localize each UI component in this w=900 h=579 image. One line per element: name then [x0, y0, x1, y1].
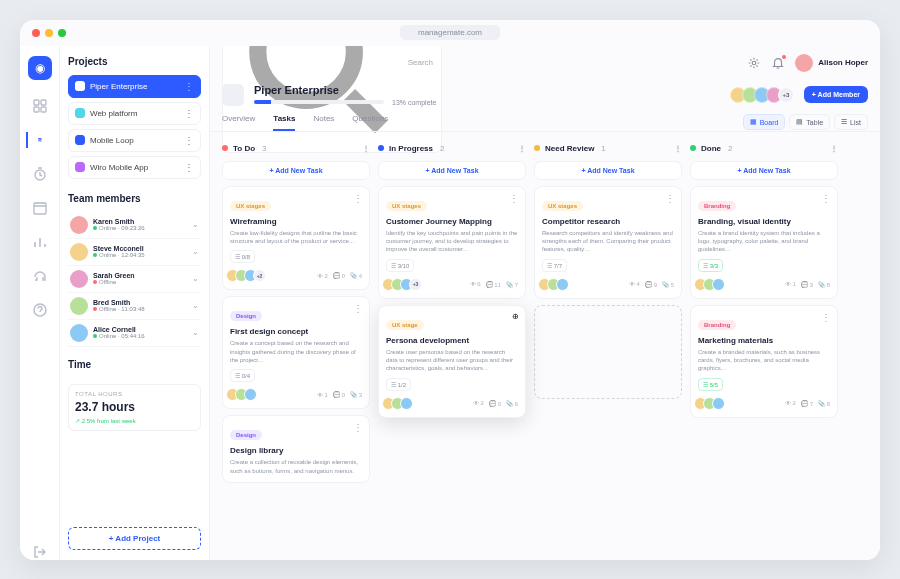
task-card[interactable]: UX stages ⋮ Competitor research Research…: [534, 186, 682, 299]
card-tag: UX stages: [230, 201, 271, 211]
tab-notes[interactable]: Notes: [313, 114, 334, 131]
assignee-avatars[interactable]: [542, 278, 569, 291]
task-card[interactable]: Branding ⋮ Branding, visual identity Cre…: [690, 186, 838, 299]
team-member[interactable]: Karen SmithOnline · 09:23:26⌄: [68, 212, 201, 239]
settings-icon[interactable]: [747, 56, 761, 70]
card-menu-icon[interactable]: ⋮: [353, 422, 363, 433]
card-menu-icon[interactable]: ⋮: [353, 193, 363, 204]
sidebar-project[interactable]: Piper Enterprise⋮: [68, 75, 201, 98]
svg-rect-6: [40, 138, 41, 141]
card-title: Wireframing: [230, 217, 362, 226]
team-member[interactable]: Steve McconellOnline · 12:04:35⌄: [68, 239, 201, 266]
add-task-button[interactable]: + Add New Task: [690, 161, 838, 180]
view-board[interactable]: ▦ Board: [743, 114, 786, 130]
task-card[interactable]: UX stages ⋮ Customer Journey Mapping Ide…: [378, 186, 526, 299]
svg-rect-4: [38, 138, 39, 141]
logout-icon[interactable]: [32, 544, 48, 560]
project-icon: [222, 84, 244, 106]
bell-icon[interactable]: [771, 56, 785, 70]
card-tag: Design: [230, 430, 262, 440]
card-description: Create a brand identity system that incl…: [698, 229, 830, 254]
board-icon[interactable]: [26, 132, 42, 148]
progress-text: 13% complete: [392, 99, 436, 106]
card-tag: UX stage: [386, 320, 424, 330]
assignee-avatars[interactable]: [698, 278, 725, 291]
tab-overview[interactable]: Overview: [222, 114, 255, 131]
assignee-avatars[interactable]: [230, 388, 257, 401]
assignee-avatars[interactable]: [698, 397, 725, 410]
dashboard-icon[interactable]: [32, 98, 48, 114]
maximize-icon[interactable]: [58, 29, 66, 37]
add-task-button[interactable]: + Add New Task: [222, 161, 370, 180]
subtask-progress: ☰ 5/5: [698, 378, 723, 391]
task-card[interactable]: Branding ⋮ Marketing materials Create a …: [690, 305, 838, 418]
close-icon[interactable]: [32, 29, 40, 37]
sidebar-project[interactable]: Mobile Loop⋮: [68, 129, 201, 152]
members-heading: Team members: [68, 193, 201, 204]
time-widget: TOTAL HOURS 23.7 hours ↗ 2.5% from last …: [68, 384, 201, 431]
nav-rail: ◉: [20, 46, 60, 560]
topbar: Search Alison Hoper: [210, 46, 880, 80]
card-menu-icon[interactable]: ⋮: [665, 193, 675, 204]
projects-heading: Projects: [68, 56, 201, 67]
minimize-icon[interactable]: [45, 29, 53, 37]
card-tag: Design: [230, 311, 262, 321]
team-member[interactable]: Alice CornellOnline · 05:44:16⌄: [68, 320, 201, 347]
help-icon[interactable]: [32, 302, 48, 318]
card-menu-icon[interactable]: ⋮: [821, 193, 831, 204]
card-description: Create a collection of reusable design e…: [230, 458, 362, 475]
assignee-avatars[interactable]: +3: [386, 278, 422, 291]
subtask-progress: ☰ 0/8: [230, 250, 255, 263]
member-avatars[interactable]: +3: [734, 87, 794, 103]
task-card[interactable]: UX stage ⊕ Persona development Create us…: [378, 305, 526, 418]
address-bar[interactable]: managemate.com: [400, 25, 500, 40]
task-card[interactable]: UX stages ⋮ Wireframing Create low-fidel…: [222, 186, 370, 291]
stats-icon[interactable]: [32, 234, 48, 250]
subtask-progress: ☰ 3/10: [386, 259, 414, 272]
assignee-avatars[interactable]: +2: [230, 269, 266, 282]
titlebar: managemate.com: [20, 20, 880, 46]
card-description: Identify the key touchpoints and pain po…: [386, 229, 518, 254]
time-label: TOTAL HOURS: [75, 391, 194, 397]
view-table[interactable]: ▤ Table: [789, 114, 830, 130]
add-task-button[interactable]: + Add New Task: [534, 161, 682, 180]
timer-icon[interactable]: [32, 166, 48, 182]
card-description: Create a concept based on the research a…: [230, 339, 362, 364]
add-member-button[interactable]: + Add Member: [804, 86, 868, 103]
column-header: To Do3⋮: [222, 142, 370, 155]
card-menu-icon[interactable]: ⋮: [509, 193, 519, 204]
column-menu-icon[interactable]: ⋮: [674, 144, 682, 153]
column-menu-icon[interactable]: ⋮: [518, 144, 526, 153]
sidebar: Projects Piper Enterprise⋮Web platform⋮M…: [60, 46, 210, 560]
column-menu-icon[interactable]: ⋮: [362, 144, 370, 153]
card-menu-icon[interactable]: ⋮: [353, 303, 363, 314]
sidebar-project[interactable]: Web platform⋮: [68, 102, 201, 125]
subtask-progress: ☰ 1/2: [386, 378, 411, 391]
headset-icon[interactable]: [32, 268, 48, 284]
calendar-icon[interactable]: [32, 200, 48, 216]
card-menu-icon[interactable]: ⋮: [821, 312, 831, 323]
assignee-avatars[interactable]: [386, 397, 413, 410]
view-list[interactable]: ☰ List: [834, 114, 868, 130]
card-title: Competitor research: [542, 217, 674, 226]
sidebar-project[interactable]: Wiro Mobile App⋮: [68, 156, 201, 179]
add-project-button[interactable]: + Add Project: [68, 527, 201, 550]
card-tag: UX stages: [386, 201, 427, 211]
tab-questions[interactable]: Questions: [352, 114, 388, 131]
add-task-button[interactable]: + Add New Task: [378, 161, 526, 180]
project-header: Piper Enterprise 13% complete +3 + Add M…: [210, 80, 880, 106]
task-card[interactable]: Design ⋮ First design concept Create a c…: [222, 296, 370, 409]
subtask-progress: ☰ 3/3: [698, 259, 723, 272]
card-stats: 👁 1💬 0📎 3: [317, 391, 362, 398]
team-member[interactable]: Sarah GreenOffline⌄: [68, 266, 201, 293]
column-menu-icon[interactable]: ⋮: [830, 144, 838, 153]
team-member[interactable]: Bred SmithOffline · 11:03:48⌄: [68, 293, 201, 320]
column-header: Done2⋮: [690, 142, 838, 155]
user-menu[interactable]: Alison Hoper: [795, 54, 868, 72]
app-logo[interactable]: ◉: [28, 56, 52, 80]
drop-zone[interactable]: [534, 305, 682, 399]
column-header: In Progress2⋮: [378, 142, 526, 155]
task-card[interactable]: Design ⋮ Design library Create a collect…: [222, 415, 370, 483]
card-stats: 👁 2💬 7📎 8: [785, 400, 830, 407]
tab-tasks[interactable]: Tasks: [273, 114, 295, 131]
